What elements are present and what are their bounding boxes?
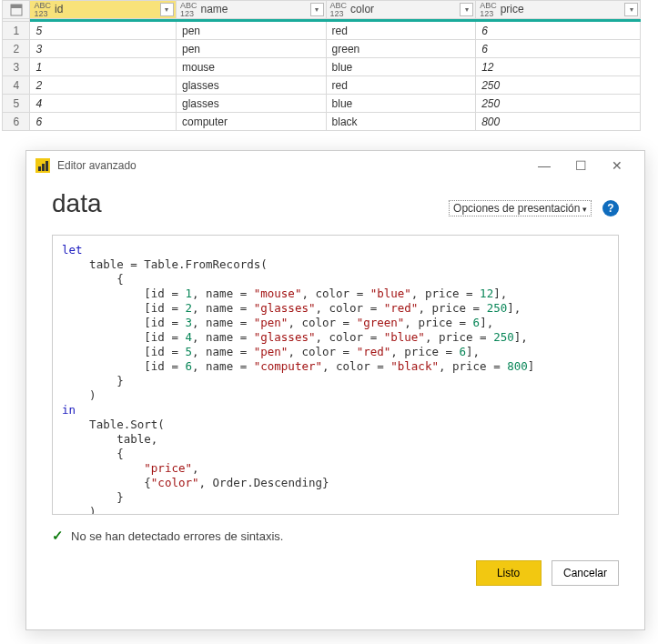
- row-number: 2: [3, 40, 30, 58]
- cell-color[interactable]: black: [326, 113, 476, 131]
- table-row[interactable]: 31mouseblue12: [3, 58, 641, 76]
- type-icon: ABC123: [330, 2, 348, 18]
- cell-name[interactable]: pen: [176, 22, 326, 40]
- check-icon: ✓: [52, 528, 64, 544]
- cell-id[interactable]: 6: [30, 113, 177, 131]
- column-filter-button-name[interactable]: ▾: [310, 3, 324, 16]
- maximize-button[interactable]: ☐: [562, 152, 599, 179]
- minimize-button[interactable]: —: [526, 152, 562, 179]
- dialog-titlebar: Editor avanzado — ☐ ✕: [26, 151, 644, 180]
- code-editor[interactable]: let table = Table.FromRecords( { [id = 1…: [52, 235, 619, 515]
- column-header-id[interactable]: ABC123id ▾: [30, 1, 177, 19]
- column-header-color[interactable]: ABC123color ▾: [326, 1, 476, 19]
- type-icon: ABC123: [34, 2, 51, 18]
- dialog-title: Editor avanzado: [57, 151, 526, 180]
- cell-price[interactable]: 250: [476, 76, 641, 95]
- type-icon: ABC123: [180, 2, 197, 18]
- cell-name[interactable]: glasses: [176, 76, 326, 95]
- row-number: 5: [3, 95, 30, 113]
- row-number: 6: [3, 113, 30, 131]
- display-options-dropdown[interactable]: Opciones de presentación: [449, 200, 592, 216]
- column-filter-button-color[interactable]: ▾: [460, 3, 473, 16]
- powerbi-icon: [35, 158, 50, 173]
- svg-rect-1: [11, 5, 22, 8]
- cell-color[interactable]: red: [326, 76, 476, 95]
- cell-name[interactable]: glasses: [176, 95, 326, 113]
- cell-name[interactable]: computer: [176, 113, 326, 131]
- cancel-button[interactable]: Cancelar: [552, 560, 619, 586]
- cell-id[interactable]: 1: [30, 58, 177, 76]
- column-header-price[interactable]: ABC123price ▾: [476, 1, 641, 19]
- column-filter-button-id[interactable]: ▾: [160, 3, 174, 16]
- column-header-name[interactable]: ABC123name ▾: [176, 1, 326, 19]
- table-row[interactable]: 54glassesblue250: [3, 95, 641, 113]
- cell-id[interactable]: 4: [30, 95, 177, 113]
- syntax-status: ✓ No se han detectado errores de sintaxi…: [52, 528, 619, 544]
- status-text: No se han detectado errores de sintaxis.: [71, 529, 283, 543]
- column-filter-button-price[interactable]: ▾: [624, 3, 638, 16]
- row-number: 3: [3, 58, 30, 76]
- cell-price[interactable]: 6: [476, 22, 641, 40]
- cell-id[interactable]: 5: [30, 22, 177, 40]
- cell-name[interactable]: pen: [176, 40, 326, 58]
- table-row[interactable]: 15penred6: [3, 22, 641, 40]
- cell-price[interactable]: 6: [476, 40, 641, 58]
- cell-name[interactable]: mouse: [176, 58, 326, 76]
- cell-color[interactable]: green: [326, 40, 476, 58]
- cell-price[interactable]: 12: [476, 58, 641, 76]
- query-name-heading: data: [52, 189, 102, 218]
- cell-id[interactable]: 3: [30, 40, 177, 58]
- help-icon[interactable]: ?: [602, 200, 619, 216]
- type-icon: ABC123: [480, 2, 497, 18]
- table-corner: [3, 1, 30, 19]
- row-number: 1: [3, 22, 30, 40]
- cell-id[interactable]: 2: [30, 76, 177, 95]
- cell-price[interactable]: 800: [476, 113, 641, 131]
- done-button[interactable]: Listo: [476, 560, 542, 586]
- table-row[interactable]: 66computerblack800: [3, 113, 641, 131]
- table-row[interactable]: 23pengreen6: [3, 40, 641, 58]
- cell-color[interactable]: red: [326, 22, 476, 40]
- row-number: 4: [3, 76, 30, 95]
- cell-color[interactable]: blue: [326, 95, 476, 113]
- cell-price[interactable]: 250: [476, 95, 641, 113]
- query-results-table: ABC123id ▾ ABC123name ▾ ABC123color ▾ AB…: [2, 0, 641, 131]
- cell-color[interactable]: blue: [326, 58, 476, 76]
- close-button[interactable]: ✕: [599, 152, 635, 179]
- advanced-editor-dialog: Editor avanzado — ☐ ✕ data Opciones de p…: [25, 150, 645, 630]
- table-row[interactable]: 42glassesred250: [3, 76, 641, 95]
